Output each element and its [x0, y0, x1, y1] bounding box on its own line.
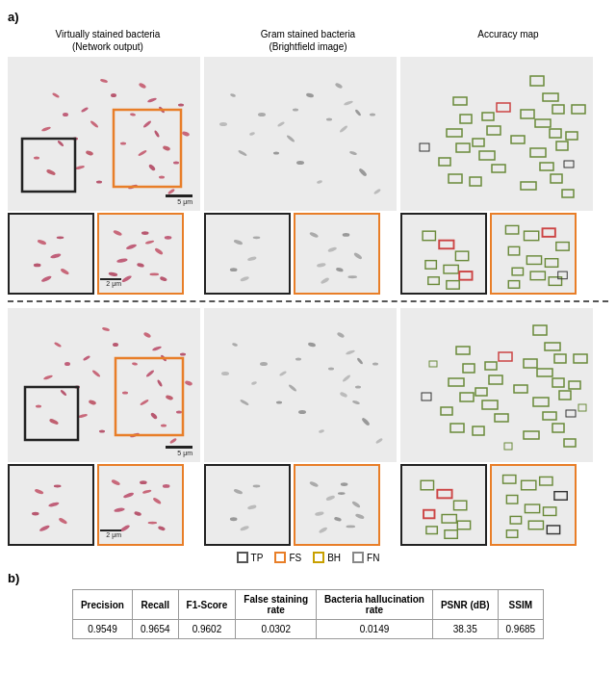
th-psnr: PSNR (dB) [432, 590, 498, 620]
scale-bar-2: 5 μm [166, 446, 192, 456]
legend-row: TP FS BH FN [8, 552, 608, 563]
acc-sub-group-2 [400, 464, 593, 546]
gram-main-img-1 [204, 57, 397, 211]
svg-point-168 [36, 405, 41, 408]
vs-sub-group-1: 2 μm [8, 213, 200, 295]
col-header-1: Virtually stained bacteria(Network outpu… [9, 28, 207, 53]
td-f1: 0.9602 [178, 620, 236, 639]
svg-point-240 [54, 485, 62, 488]
svg-point-110 [253, 236, 261, 239]
td-precision: 0.9549 [72, 620, 132, 639]
td-fsr: 0.0302 [236, 620, 317, 639]
vs-svg-1 [8, 57, 200, 211]
acc-svg-1 [400, 57, 593, 211]
svg-point-173 [176, 411, 182, 414]
svg-point-252 [163, 484, 170, 488]
vs-sub-black-2 [8, 464, 94, 546]
svg-point-199 [355, 386, 361, 389]
th-recall: Recall [132, 590, 178, 620]
tp-box [237, 552, 248, 563]
gram-sub-orange-2 [294, 464, 380, 546]
fn-box [352, 552, 364, 563]
bh-box [313, 552, 324, 563]
gram-sub-black-2 [204, 464, 291, 546]
gram-main-img-2 [204, 308, 397, 462]
vs-sub-black-1 [8, 213, 94, 295]
td-psnr: 38.35 [432, 620, 498, 639]
svg-point-51 [370, 114, 375, 116]
metrics-table: Precision Recall F1-Score False staining… [72, 589, 544, 639]
table-container: Precision Recall F1-Score False staining… [8, 589, 608, 639]
acc-sub-black-1 [400, 213, 487, 295]
svg-point-244 [140, 480, 147, 484]
gram-sub-black-1 [204, 213, 291, 295]
th-fsr: False stainingrate [236, 590, 317, 620]
svg-point-100 [150, 273, 160, 276]
section-a-label: a) [8, 10, 608, 24]
svg-point-262 [341, 482, 348, 486]
gram-sub-group-2 [204, 464, 397, 546]
svg-point-109 [230, 268, 238, 271]
scale-label-2: 5 μm [177, 450, 192, 456]
fs-box [274, 552, 286, 563]
svg-point-154 [161, 425, 167, 427]
tp-label: TP [251, 553, 264, 563]
svg-point-165 [64, 362, 70, 366]
svg-point-20 [96, 181, 102, 184]
legend-fs: FS [274, 552, 301, 563]
svg-point-190 [298, 410, 306, 414]
sub-row-1: 2 μm [8, 213, 608, 295]
svg-point-28 [178, 104, 184, 107]
svg-rect-86 [10, 215, 92, 293]
svg-point-30 [173, 162, 179, 165]
acc-sub-orange-1 [490, 213, 577, 295]
svg-point-11 [159, 176, 165, 179]
svg-point-7 [120, 142, 126, 145]
svg-point-197 [221, 372, 229, 375]
col-header-3: Accuracy map [409, 28, 607, 53]
legend-fn: FN [352, 552, 379, 563]
svg-rect-121 [402, 215, 485, 293]
svg-rect-259 [295, 466, 378, 544]
svg-point-115 [343, 233, 350, 237]
td-recall: 0.9654 [132, 620, 178, 639]
svg-point-194 [372, 363, 378, 366]
svg-point-157 [113, 343, 118, 347]
svg-point-257 [253, 485, 261, 488]
fn-label: FN [367, 553, 379, 563]
th-precision: Precision [72, 590, 132, 620]
fs-label: FS [289, 553, 301, 563]
svg-point-163 [99, 430, 105, 433]
th-f1: F1-Score [178, 590, 236, 620]
scale-label-1: 5 μm [177, 198, 192, 205]
svg-point-187 [260, 362, 268, 366]
svg-point-96 [141, 231, 149, 235]
svg-rect-55 [400, 57, 593, 211]
svg-point-104 [165, 236, 172, 240]
legend-bh: BH [313, 552, 341, 563]
acc-sub-group-1 [400, 213, 593, 295]
main-container: a) Virtually stained bacteria(Network ou… [0, 0, 616, 649]
gram-svg-1 [204, 57, 397, 211]
svg-point-43 [273, 152, 279, 155]
svg-point-266 [346, 525, 356, 528]
acc-sub-black-2 [400, 464, 487, 546]
gram-svg-2 [204, 308, 397, 462]
scale-bar-1: 5 μm [166, 194, 192, 205]
column-headers: Virtually stained bacteria(Network outpu… [8, 28, 608, 53]
svg-point-237 [32, 512, 39, 516]
svg-point-25 [34, 157, 39, 160]
svg-rect-253 [206, 466, 289, 544]
td-ssim: 0.9685 [498, 620, 544, 639]
vs-svg-2 [8, 308, 200, 462]
table-data-row: 0.9549 0.9654 0.9602 0.0302 0.0149 38.35… [72, 620, 543, 639]
main-row-2: 5 μm [8, 308, 608, 462]
acc-main-img-1 [400, 57, 593, 211]
svg-point-40 [293, 109, 298, 112]
acc-main-img-2 [400, 308, 593, 462]
svg-rect-176 [204, 308, 397, 462]
gram-sub-group-1 [204, 213, 397, 295]
svg-point-248 [148, 522, 158, 525]
svg-point-171 [180, 353, 186, 356]
section-b-label: b) [8, 571, 608, 585]
